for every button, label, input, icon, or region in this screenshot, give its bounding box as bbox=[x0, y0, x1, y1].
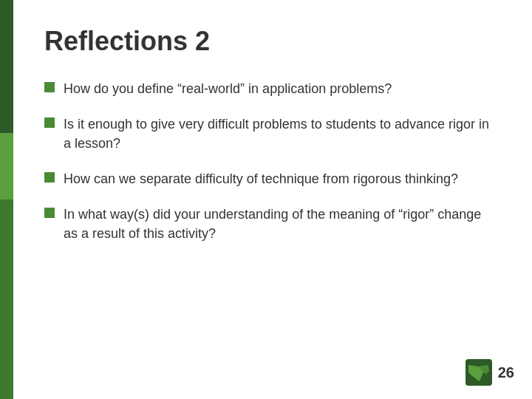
bullet-icon bbox=[44, 208, 55, 218]
bar-segment-top bbox=[0, 0, 13, 133]
bullet-icon bbox=[44, 172, 55, 183]
bullet-text-2: Is it enough to give very difficult prob… bbox=[64, 115, 495, 153]
bottom-right-area: 26 bbox=[466, 359, 514, 386]
bar-segment-middle bbox=[0, 133, 13, 200]
bullet-list: How do you define “real-world” in applic… bbox=[44, 79, 495, 244]
page-number: 26 bbox=[498, 364, 514, 381]
slide-title: Reflections 2 bbox=[44, 26, 495, 57]
bullet-icon bbox=[44, 117, 55, 128]
bullet-text-1: How do you define “real-world” in applic… bbox=[64, 79, 392, 98]
bar-segment-bottom bbox=[0, 200, 13, 399]
bullet-text-3: How can we separate difficulty of techni… bbox=[64, 169, 458, 188]
list-item: In what way(s) did your understanding of… bbox=[44, 205, 495, 243]
slide: Reflections 2 How do you define “real-wo… bbox=[0, 0, 532, 399]
virginia-logo bbox=[466, 359, 492, 386]
bullet-text-4: In what way(s) did your understanding of… bbox=[64, 205, 495, 243]
list-item: How can we separate difficulty of techni… bbox=[44, 169, 495, 188]
list-item: Is it enough to give very difficult prob… bbox=[44, 115, 495, 153]
list-item: How do you define “real-world” in applic… bbox=[44, 79, 495, 98]
bullet-icon bbox=[44, 82, 55, 92]
left-decorative-bar bbox=[0, 0, 13, 399]
